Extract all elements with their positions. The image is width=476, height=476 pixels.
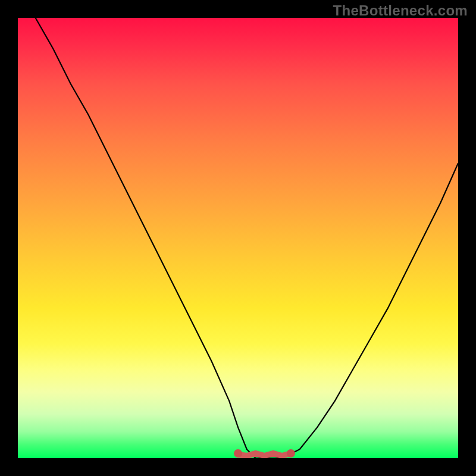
optimal-zone-marker: [238, 453, 291, 456]
plot-area: [18, 18, 458, 458]
curve-layer: [18, 18, 458, 458]
watermark-text: TheBottleneck.com: [333, 2, 468, 19]
optimal-zone-start-dot: [234, 449, 242, 458]
bottleneck-curve: [36, 18, 458, 458]
optimal-zone-end-dot: [287, 449, 295, 458]
chart-frame: TheBottleneck.com: [0, 0, 476, 476]
